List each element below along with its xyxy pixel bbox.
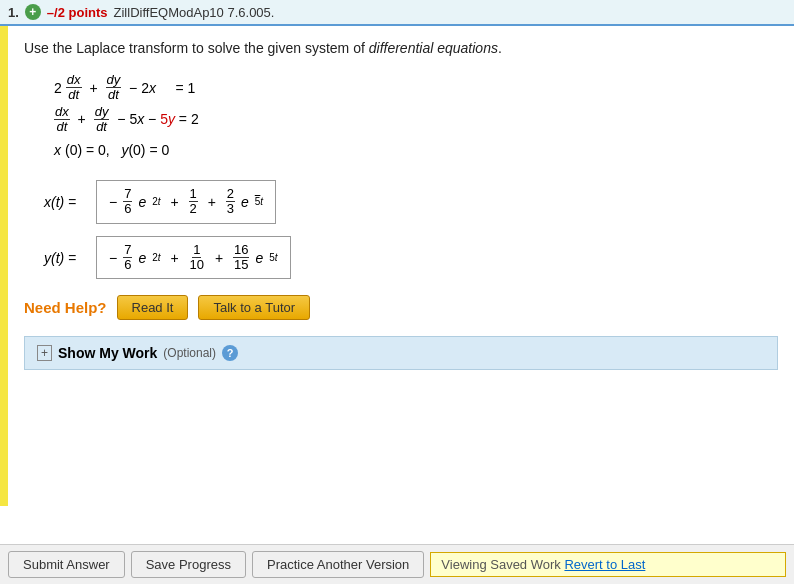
xt-math: − 7 6 e2t + 1 2 + <box>109 187 263 217</box>
fraction-dy-dt-2: dy dt <box>94 105 110 135</box>
answer-section: x(t) = − 7 6 e2t + 1 <box>44 180 778 279</box>
problem-id: ZillDiffEQModAp10 7.6.005. <box>114 5 275 20</box>
need-help-row: Need Help? Read It Talk to a Tutor <box>24 295 778 320</box>
equation-1: 2 dx dt + dy dt − 2x = 1 <box>54 73 778 103</box>
yt-label: y(t) = <box>44 250 86 266</box>
save-progress-button[interactable]: Save Progress <box>131 551 246 578</box>
xt-answer-row: x(t) = − 7 6 e2t + 1 <box>44 180 778 224</box>
left-accent-border <box>0 26 8 506</box>
practice-another-version-button[interactable]: Practice Another Version <box>252 551 424 578</box>
fraction-dx-dt: dx dt <box>66 73 82 103</box>
yt-answer-row: y(t) = − 7 6 e2t + 1 <box>44 236 778 280</box>
expand-icon[interactable]: + <box>37 345 52 361</box>
viewing-saved-work-banner: Viewing Saved Work Revert to Last <box>430 552 786 577</box>
problem-statement: Use the Laplace transform to solve the g… <box>24 38 778 59</box>
show-my-work-label: Show My Work <box>58 345 157 361</box>
submit-answer-button[interactable]: Submit Answer <box>8 551 125 578</box>
xt-label: x(t) = <box>44 194 86 210</box>
fraction-dx-dt-2: dx dt <box>54 105 70 135</box>
points-label: –/2 points <box>47 5 108 20</box>
yt-math: − 7 6 e2t + 1 10 + <box>109 243 278 273</box>
content-area: Use the Laplace transform to solve the g… <box>8 26 794 506</box>
equations-block: 2 dx dt + dy dt − 2x = 1 dx dt + <box>54 73 778 164</box>
question-number: 1. <box>8 5 19 20</box>
viewing-saved-text: Viewing Saved Work <box>441 557 560 572</box>
read-it-button[interactable]: Read It <box>117 295 189 320</box>
initial-conditions: x(0) = 0, y(0) = 0 <box>54 136 778 164</box>
yt-answer-box: − 7 6 e2t + 1 10 + <box>96 236 291 280</box>
main-content: Use the Laplace transform to solve the g… <box>0 26 794 506</box>
need-help-label: Need Help? <box>24 299 107 316</box>
equation-2: dx dt + dy dt − 5x − 5y = 2 <box>54 105 778 135</box>
talk-to-tutor-button[interactable]: Talk to a Tutor <box>198 295 310 320</box>
optional-label: (Optional) <box>163 346 216 360</box>
add-icon: + <box>25 4 41 20</box>
xt-answer-box: − 7 6 e2t + 1 2 + <box>96 180 276 224</box>
help-circle-icon[interactable]: ? <box>222 345 238 361</box>
fraction-dy-dt-1: dy dt <box>106 73 122 103</box>
bottom-bar: Submit Answer Save Progress Practice Ano… <box>0 544 794 584</box>
top-bar: 1. + –/2 points ZillDiffEQModAp10 7.6.00… <box>0 0 794 26</box>
revert-to-last-link[interactable]: Revert to Last <box>564 557 645 572</box>
show-my-work-section: + Show My Work (Optional) ? <box>24 336 778 370</box>
